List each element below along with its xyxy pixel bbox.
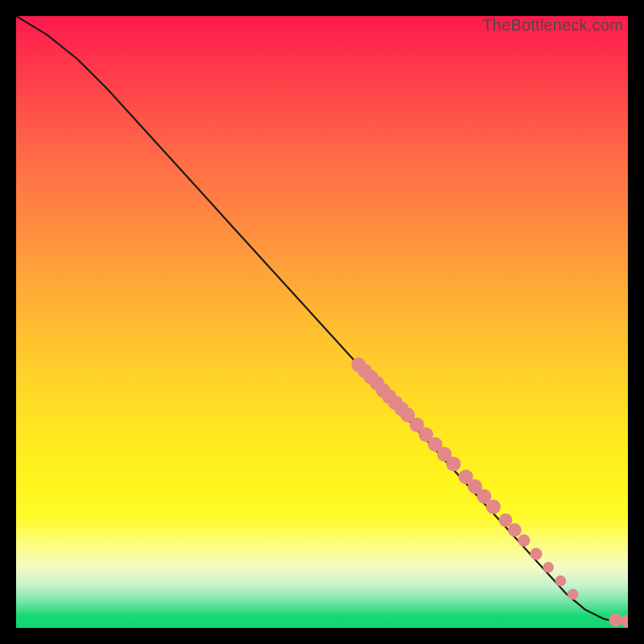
data-point (609, 613, 622, 627)
data-point (621, 614, 628, 628)
data-point (568, 588, 579, 600)
highlighted-points-group (352, 357, 629, 628)
chart-svg (16, 16, 628, 628)
data-point (446, 456, 460, 471)
data-point (543, 562, 554, 573)
bottleneck-curve-line (16, 16, 628, 621)
chart-frame: TheBottleneck.com (16, 16, 628, 628)
data-point (530, 547, 542, 559)
data-point (518, 535, 530, 547)
data-point (508, 523, 522, 537)
data-point (486, 499, 501, 514)
data-point (555, 576, 567, 587)
